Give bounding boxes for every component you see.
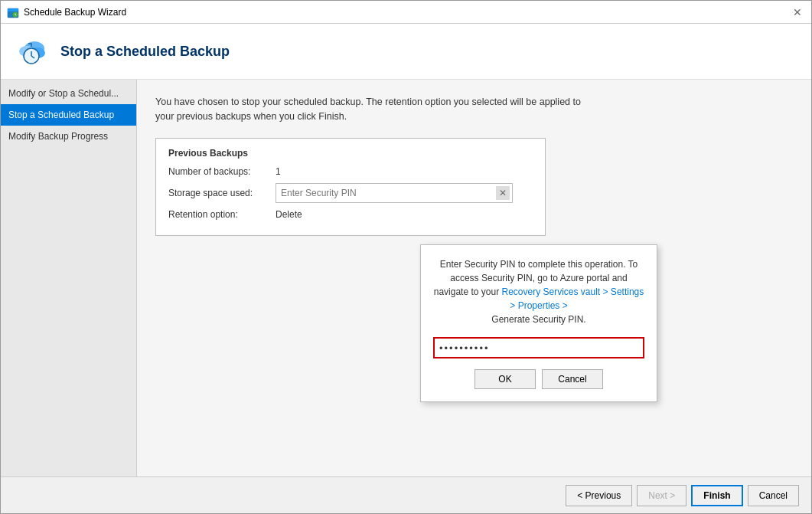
next-button[interactable]: Next > [637, 485, 686, 506]
sidebar: Modify or Stop a Schedul... Stop a Sched… [1, 80, 137, 476]
previous-button[interactable]: < Previous [566, 485, 632, 506]
backup-row-retention: Retention option: Delete [168, 209, 533, 220]
dialog-pin-input[interactable] [433, 337, 644, 358]
header-icon [13, 33, 50, 70]
page-header: Stop a Scheduled Backup [1, 24, 811, 80]
dialog-buttons: OK Cancel [433, 369, 644, 389]
security-pin-input[interactable] [276, 183, 513, 203]
page-title: Stop a Scheduled Backup [60, 44, 230, 60]
security-pin-clear-button[interactable]: ✕ [496, 186, 510, 200]
close-button[interactable]: ✕ [790, 5, 805, 20]
app-icon [7, 6, 19, 18]
backup-label-count: Number of backups: [168, 166, 276, 177]
dialog-link[interactable]: Recovery Services vault > Settings > Pro… [501, 286, 644, 311]
security-pin-wrapper: ✕ [276, 183, 513, 203]
svg-rect-1 [8, 8, 18, 11]
previous-backups-box: Previous Backups Number of backups: 1 St… [155, 138, 546, 236]
cancel-button[interactable]: Cancel [748, 485, 799, 506]
main-content: Modify or Stop a Schedul... Stop a Sched… [1, 80, 811, 476]
backup-label-retention: Retention option: [168, 209, 276, 220]
footer: < Previous Next > Finish Cancel [1, 476, 811, 513]
previous-backups-title: Previous Backups [168, 148, 533, 159]
finish-button[interactable]: Finish [691, 485, 742, 506]
title-bar: Schedule Backup Wizard ✕ [1, 1, 811, 24]
security-pin-dialog: Enter Security PIN to complete this oper… [420, 244, 657, 402]
sidebar-item-stop-backup[interactable]: Stop a Scheduled Backup [1, 104, 136, 126]
window-title: Schedule Backup Wizard [24, 7, 790, 18]
dialog-message: Enter Security PIN to complete this oper… [433, 257, 644, 326]
backup-value-count: 1 [276, 166, 281, 177]
backup-row-storage: Storage space used: ✕ [168, 183, 533, 203]
backup-row-count: Number of backups: 1 [168, 166, 533, 177]
content-description: You have chosen to stop your scheduled b… [155, 95, 584, 124]
backup-value-retention: Delete [276, 209, 302, 220]
dialog-cancel-button[interactable]: Cancel [542, 369, 603, 389]
app-window: Schedule Backup Wizard ✕ Stop a Schedule… [0, 0, 812, 514]
sidebar-item-modify-progress[interactable]: Modify Backup Progress [1, 126, 136, 147]
backup-label-storage: Storage space used: [168, 188, 276, 198]
content-area: You have chosen to stop your scheduled b… [137, 80, 811, 476]
sidebar-item-modify-stop[interactable]: Modify or Stop a Schedul... [1, 83, 136, 104]
dialog-ok-button[interactable]: OK [474, 369, 536, 389]
